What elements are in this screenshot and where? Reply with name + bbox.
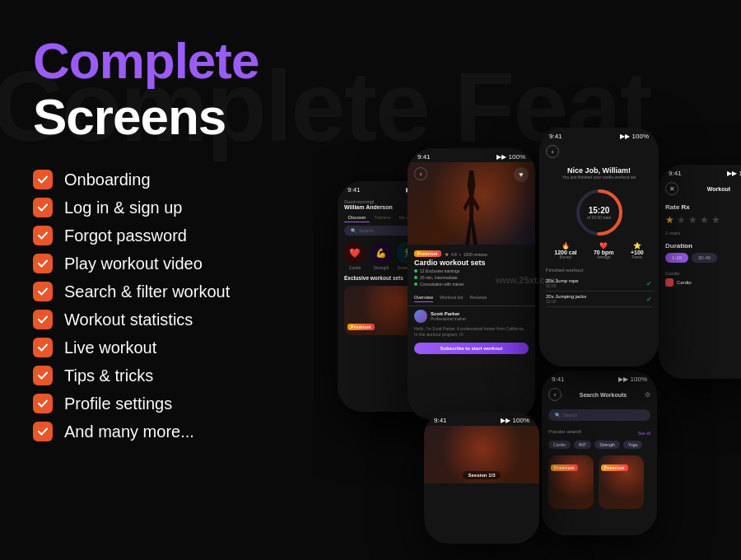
stars-label: 1 stars bbox=[665, 231, 741, 236]
workout-thumb-1[interactable]: Premium bbox=[548, 455, 594, 509]
app-bar-nicejob: ‹ bbox=[539, 142, 659, 161]
check-icon-forgot bbox=[33, 226, 53, 245]
tab-discover[interactable]: Discover bbox=[344, 213, 370, 222]
check-icon-search bbox=[33, 282, 53, 301]
rate-label: Rate Rx bbox=[665, 203, 741, 211]
check-icon-login bbox=[33, 198, 53, 217]
tag-hiit[interactable]: HIIT bbox=[574, 441, 591, 449]
check-icon-profile bbox=[33, 394, 53, 413]
star-4[interactable]: ★ bbox=[700, 214, 709, 226]
duration-1-10[interactable]: 1-10 bbox=[665, 253, 688, 263]
rate-section: Rate Rx ★ ★ ★ ★ ★ 1 stars Duration 1-10 … bbox=[659, 198, 741, 292]
feature-stats: Workout statistics bbox=[64, 310, 193, 329]
check-icon-tips bbox=[33, 366, 53, 385]
feature-play: Play workout video bbox=[64, 254, 203, 273]
exercise-row-2: 20x Jumping jacks 02:00 ✓ bbox=[546, 292, 652, 307]
status-bar-farright: 9:41 ▶▶ 100% bbox=[659, 165, 741, 179]
rating-row: ★ 4.8 • 1200 reviews bbox=[445, 251, 487, 257]
trainer-info: Scott Parker Professional trainer bbox=[431, 311, 466, 321]
status-bar-session: 9:41 ▶▶ 100% bbox=[424, 412, 539, 426]
phone-session: 9:41 ▶▶ 100% Session 1/3 bbox=[424, 412, 539, 544]
check-icon-play bbox=[33, 254, 53, 273]
title-highlight: Complete bbox=[33, 32, 259, 89]
star-3[interactable]: ★ bbox=[688, 214, 697, 226]
card-title: Cardio workout sets bbox=[414, 259, 529, 267]
tab-workout-list[interactable]: Workout list bbox=[440, 295, 464, 302]
card-detail-3: Consultation with trainer bbox=[414, 282, 529, 287]
nice-job-header: Nice Job, William! You just finished you… bbox=[539, 161, 659, 181]
tag-yoga[interactable]: Yoga bbox=[623, 441, 642, 449]
list-item: Log in & sign up bbox=[33, 198, 288, 217]
tag-cardio[interactable]: Cardio bbox=[548, 441, 571, 449]
tab-overview[interactable]: Overview bbox=[414, 295, 433, 302]
star-rating: ★ ★ ★ ★ ★ bbox=[665, 214, 741, 226]
premium-label-home: Premium bbox=[347, 317, 375, 332]
back-button-nicejob[interactable]: ‹ bbox=[546, 145, 559, 158]
cardio-icon: ❤️ bbox=[344, 242, 366, 264]
stats-row: 🔥 1200 cal Burned ❤️ 70 bpm Average ⭐ +1… bbox=[539, 237, 659, 264]
hero-image: ‹ ♥ bbox=[408, 162, 535, 245]
back-button[interactable]: ‹ bbox=[414, 167, 427, 180]
check-icon-more bbox=[33, 422, 53, 441]
duration-30-40[interactable]: 30-40 bbox=[692, 253, 717, 263]
subscribe-button[interactable]: Subscribe to start workout bbox=[414, 343, 529, 354]
stat-points: ⭐ +100 Points bbox=[631, 242, 644, 259]
phone-search-inner: 9:41 ▶▶ 100% ‹ Search Workouts ⚙ 🔍 Searc… bbox=[542, 371, 657, 535]
status-bar-search: 9:41 ▶▶ 100% bbox=[542, 371, 657, 385]
phone-main-inner: 9:41 ▶▶ 100% ‹ ♥ Premium bbox=[408, 148, 535, 420]
list-item: Tips & tricks bbox=[33, 366, 288, 385]
workout-thumb-row: Premium Premium bbox=[542, 452, 657, 512]
tabs-row: Overview Workout list Reviews bbox=[408, 292, 535, 306]
check-icon-ex1: ✓ bbox=[646, 280, 652, 287]
cat-cardio[interactable]: ❤️ Cardio bbox=[344, 242, 366, 270]
popular-tags: Cardio HIIT Strength Yoga bbox=[548, 441, 650, 449]
tab-trainers[interactable]: Trainers bbox=[370, 213, 394, 222]
list-item: Forgot password bbox=[33, 226, 288, 245]
tag-strength[interactable]: Strength bbox=[594, 441, 620, 449]
session-hero: Session 1/3 bbox=[424, 426, 539, 483]
page-content: Complete Screens Onboarding Log in & sig… bbox=[0, 0, 741, 560]
feature-search: Search & filter workout bbox=[64, 282, 230, 301]
search-icon: 🔍 bbox=[351, 228, 357, 233]
back-button-search[interactable]: ‹ bbox=[548, 388, 562, 401]
list-item: Search & filter workout bbox=[33, 282, 288, 301]
check-icon-onboarding bbox=[33, 170, 53, 189]
main-title: Complete Screens bbox=[33, 33, 288, 145]
list-item: Profile settings bbox=[33, 394, 288, 413]
list-item: Onboarding bbox=[33, 170, 288, 189]
session-label: Session 1/3 bbox=[463, 471, 500, 479]
cat-strength[interactable]: 💪 Strength bbox=[370, 242, 392, 270]
left-panel: Complete Screens Onboarding Log in & sig… bbox=[0, 0, 313, 560]
search-workout-input[interactable]: 🔍 Search bbox=[548, 409, 650, 421]
list-item: Live workout bbox=[33, 338, 288, 357]
check-icon-ex2: ✓ bbox=[646, 296, 652, 303]
finished-section: Finished workout 20x Jump rope 02:00 ✓ 2… bbox=[539, 264, 659, 310]
back-btn-farright[interactable]: ✕ bbox=[665, 182, 678, 195]
phone-session-inner: 9:41 ▶▶ 100% Session 1/3 bbox=[424, 412, 539, 544]
trainer-avatar bbox=[414, 310, 427, 323]
duration-options: 1-10 30-40 bbox=[665, 253, 741, 263]
cardio-section: Cardio Cardio bbox=[665, 271, 741, 287]
stat-calories: 🔥 1200 cal Burned bbox=[554, 242, 576, 259]
right-panel: www.25xt.com 9:41 ▶▶ 100% Good morning! … bbox=[313, 0, 741, 560]
feature-list: Onboarding Log in & sign up Forgot passw… bbox=[33, 170, 288, 441]
favorite-button[interactable]: ♥ bbox=[514, 167, 529, 182]
status-bar-main: 9:41 ▶▶ 100% bbox=[408, 148, 535, 162]
feature-live: Live workout bbox=[64, 338, 156, 357]
see-all-search[interactable]: See all bbox=[638, 431, 650, 436]
card-detail-1: 12 Exclusive trainings bbox=[414, 268, 529, 273]
card-detail-2: 20 min, Intermediate bbox=[414, 275, 529, 280]
search-icon-workout: 🔍 bbox=[555, 413, 561, 418]
feature-more: And many more... bbox=[64, 422, 194, 441]
stat-bpm: ❤️ 70 bpm Average bbox=[594, 242, 614, 259]
list-item: Play workout video bbox=[33, 254, 288, 273]
tab-reviews[interactable]: Reviews bbox=[470, 295, 487, 302]
star-1[interactable]: ★ bbox=[665, 214, 674, 226]
settings-icon[interactable]: ⚙ bbox=[645, 391, 650, 399]
star-2[interactable]: ★ bbox=[677, 214, 686, 226]
star-5[interactable]: ★ bbox=[711, 214, 720, 226]
app-bar-search: ‹ Search Workouts ⚙ bbox=[542, 385, 657, 404]
workout-thumb-2[interactable]: Premium bbox=[599, 455, 644, 509]
trainer-desc: Hello, I'm Scott Parker. A professional … bbox=[408, 326, 535, 338]
phone-nice-job: 9:41 ▶▶ 100% ‹ Nice Job, William! You ju… bbox=[539, 128, 659, 366]
